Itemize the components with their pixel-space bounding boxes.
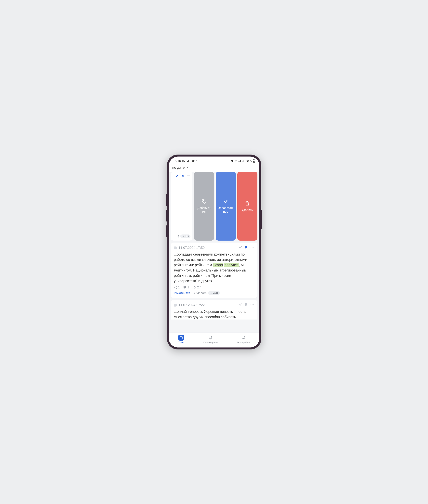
card-top-icons: [175, 174, 190, 178]
svg-point-24: [253, 247, 254, 247]
svg-point-23: [252, 247, 252, 247]
bell-icon: [208, 335, 214, 341]
svg-point-36: [243, 338, 244, 339]
svg-rect-4: [239, 161, 239, 162]
more-icon[interactable]: [250, 245, 254, 250]
nav-theme[interactable]: Тема: [178, 335, 184, 344]
nav-alerts[interactable]: Оповещения: [203, 335, 218, 344]
bottom-nav: Тема Оповещения Настройки: [169, 333, 259, 348]
feed-card[interactable]: 11.07.2024 17:59 ...обладает серьезными …: [171, 243, 257, 298]
svg-rect-10: [243, 161, 244, 162]
svg-point-1: [183, 161, 184, 161]
feed[interactable]: c cs принялаприняла ки и х нов, lytics A…: [169, 172, 259, 333]
feed-card[interactable]: 11.07.2024 17:22 ...онлайн-опросы. Хорош…: [171, 300, 257, 319]
svg-rect-8: [242, 161, 243, 162]
svg-rect-14: [253, 162, 255, 163]
status-dot: •: [196, 160, 197, 163]
swipe-action-processed-label: Обработан­ное: [217, 206, 234, 214]
status-battery-text: 38%: [245, 159, 252, 163]
svg-rect-7: [240, 160, 241, 162]
trash-icon: [245, 201, 250, 206]
status-right: 38%: [230, 159, 255, 163]
reach-badge: 428: [208, 291, 220, 295]
card-stats: 1 1 27: [174, 286, 254, 289]
nav-settings-label: Настройки: [237, 341, 250, 344]
svg-point-31: [251, 304, 251, 305]
card-date: 11.07.2024 17:22: [179, 303, 205, 307]
card-domain: vk.com: [197, 291, 207, 295]
people-icon: [210, 292, 213, 294]
svg-rect-19: [183, 236, 183, 237]
nav-settings[interactable]: Настройки: [237, 335, 250, 344]
search-icon: [187, 159, 190, 163]
mute-icon: [230, 159, 234, 163]
svg-rect-20: [183, 236, 184, 237]
nav-alerts-label: Оповещения: [203, 341, 218, 344]
svg-point-30: [211, 293, 212, 293]
tone-indicator: [174, 304, 177, 307]
svg-point-29: [211, 293, 211, 293]
svg-rect-18: [182, 236, 182, 237]
svg-point-28: [194, 287, 195, 288]
check-icon[interactable]: [175, 174, 179, 178]
card-head: 11.07.2024 17:22: [174, 303, 254, 308]
more-icon[interactable]: [187, 174, 190, 178]
stat-pill: 143: [180, 235, 190, 238]
svg-point-35: [244, 337, 245, 337]
svg-rect-9: [243, 161, 243, 162]
phone-frame: 18:10 30° •: [167, 154, 261, 350]
swipe-action-delete[interactable]: Удалить: [237, 172, 257, 241]
bookmark-icon[interactable]: [244, 245, 248, 250]
more-icon[interactable]: [250, 303, 254, 308]
eye-icon: [193, 286, 196, 289]
image-icon: [182, 159, 185, 163]
svg-point-21: [203, 200, 204, 201]
svg-point-33: [253, 304, 254, 305]
wifi-icon: [234, 159, 238, 163]
theme-icon: [178, 335, 184, 341]
nav-theme-label: Тема: [178, 341, 184, 344]
sort-label: по дате: [172, 166, 185, 170]
status-temp: 30°: [191, 159, 195, 163]
svg-rect-13: [254, 159, 254, 160]
swiped-card-stats: 5 143: [177, 235, 190, 238]
svg-point-2: [187, 160, 189, 162]
swiped-row: c cs принялаприняла ки и х нов, lytics A…: [169, 172, 259, 243]
card-foot: PR-агентст... • vk.com 428: [174, 291, 254, 295]
svg-point-32: [252, 304, 252, 305]
signal-icon-2: [242, 160, 245, 163]
swipe-action-delete-label: Удалить: [242, 208, 253, 212]
svg-rect-6: [240, 161, 240, 162]
swipe-action-processed[interactable]: Обработан­ное: [216, 172, 236, 241]
battery-icon: [253, 159, 255, 163]
swipe-action-tag-label: Добавить тег: [196, 206, 213, 214]
status-bar: 18:10 30° •: [169, 156, 259, 164]
svg-rect-5: [239, 161, 240, 162]
swipe-action-tag[interactable]: Добавить тег: [194, 172, 214, 241]
heart-icon: [183, 286, 186, 289]
svg-point-16: [188, 176, 189, 176]
card-head: 11.07.2024 17:59: [174, 245, 254, 250]
bookmark-icon[interactable]: [181, 174, 184, 178]
swiped-card[interactable]: c cs принялаприняла ки и х нов, lytics A…: [171, 172, 192, 241]
card-date: 11.07.2024 17:59: [179, 246, 205, 250]
svg-point-22: [251, 247, 251, 247]
chevron-down-icon: [186, 166, 189, 170]
status-time: 18:10: [173, 159, 181, 163]
svg-point-17: [189, 176, 190, 176]
card-text: ...обладает серьезными компетенциями по …: [174, 252, 254, 284]
swiped-card-text: c cs принялаприняла ки и х нов, lytics A…: [171, 180, 190, 233]
stat-likes: 1: [183, 286, 189, 289]
sort-dropdown[interactable]: по дате: [169, 164, 259, 172]
status-left: 18:10 30° •: [173, 159, 197, 163]
check-icon: [223, 199, 229, 204]
signal-icon: [238, 160, 241, 163]
check-icon[interactable]: [239, 303, 242, 308]
stat-views: 27: [193, 286, 201, 289]
stat-shares: 1: [174, 286, 180, 289]
card-source[interactable]: PR-агентст...: [174, 291, 192, 295]
check-icon[interactable]: [239, 245, 242, 250]
bookmark-icon[interactable]: [244, 303, 248, 308]
screen: 18:10 30° •: [169, 156, 259, 348]
sliders-icon: [241, 335, 247, 341]
